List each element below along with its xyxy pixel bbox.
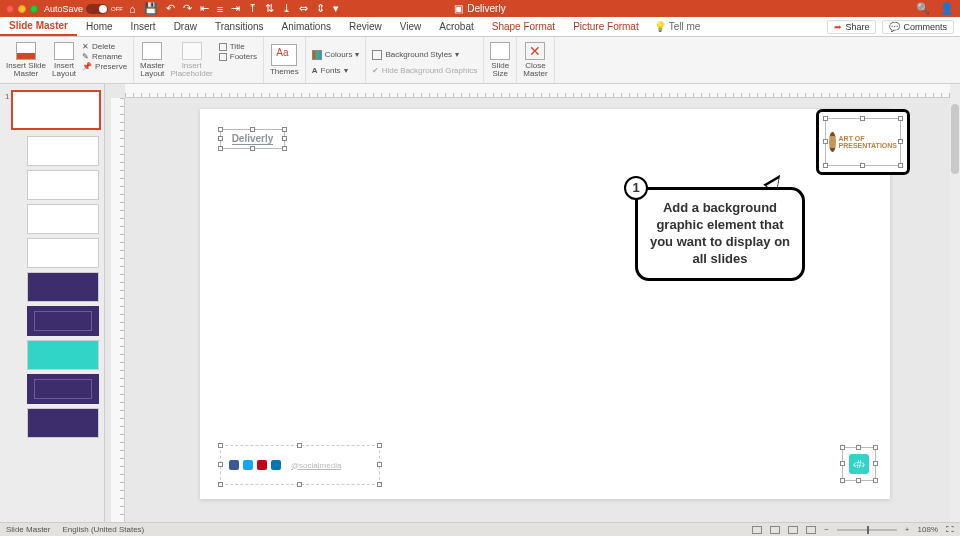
ribbon-tabs: Slide Master Home Insert Draw Transition… (0, 17, 960, 37)
align-middle-icon[interactable]: ⇅ (265, 2, 274, 15)
share-button[interactable]: ➦Share (827, 20, 876, 34)
tab-transitions[interactable]: Transitions (206, 17, 273, 36)
tab-draw[interactable]: Draw (165, 17, 206, 36)
thumb-layout[interactable] (27, 408, 99, 438)
insert-placeholder-label: Insert Placeholder (171, 62, 213, 78)
footers-checkbox[interactable]: Footers (219, 52, 257, 61)
insert-layout-button[interactable]: Insert Layout (52, 42, 76, 78)
save-icon[interactable]: 💾 (144, 2, 158, 15)
slide-thumbnail-pane[interactable] (0, 84, 105, 522)
align-center-icon[interactable]: ≡ (217, 3, 223, 15)
fit-to-window-icon[interactable]: ⛶ (946, 525, 954, 534)
distribute-v-icon[interactable]: ⇕ (316, 2, 325, 15)
doc-title-text: Deliverly (467, 3, 505, 14)
tab-insert[interactable]: Insert (122, 17, 165, 36)
align-top-icon[interactable]: ⤒ (248, 2, 257, 15)
slide-master-canvas[interactable]: Deliverly @socialmedia ‹#› (200, 109, 890, 499)
align-right-icon[interactable]: ⇥ (231, 2, 240, 15)
thumb-layout[interactable] (27, 374, 99, 404)
close-master-button[interactable]: ✕Close Master (523, 42, 547, 78)
account-icon[interactable]: 👤 (940, 2, 954, 15)
thumb-layout[interactable] (27, 170, 99, 200)
insert-placeholder-button[interactable]: Insert Placeholder (171, 42, 213, 78)
scrollbar-thumb[interactable] (951, 104, 959, 174)
minimize-window-icon[interactable] (18, 5, 26, 13)
layout-icon (54, 42, 74, 60)
themes-icon (271, 44, 297, 66)
tab-view[interactable]: View (391, 17, 431, 36)
title-checkbox[interactable]: Title (219, 42, 257, 51)
tab-animations[interactable]: Animations (273, 17, 340, 36)
comments-label: Comments (903, 22, 947, 32)
linkedin-icon (271, 460, 281, 470)
undo-icon[interactable]: ↶ (166, 2, 175, 15)
bg-styles-icon (372, 50, 382, 60)
tab-acrobat[interactable]: Acrobat (430, 17, 482, 36)
slide-master-icon (16, 42, 36, 60)
thumb-layout[interactable] (27, 136, 99, 166)
zoom-in-icon[interactable]: + (905, 525, 910, 534)
tell-me-search[interactable]: 💡 Tell me (654, 21, 701, 32)
thumb-layout[interactable] (27, 340, 99, 370)
background-styles-dropdown[interactable]: Background Styles ▾ (372, 50, 459, 60)
zoom-value[interactable]: 108% (918, 525, 938, 534)
colours-label: Colours (325, 50, 353, 59)
align-left-icon[interactable]: ⇤ (200, 2, 209, 15)
colours-dropdown[interactable]: Colours ▾ (312, 50, 360, 60)
distribute-h-icon[interactable]: ⇔ (299, 2, 308, 15)
thumb-master[interactable] (11, 90, 101, 130)
slideshow-view-icon[interactable] (806, 526, 816, 534)
autosave-toggle[interactable]: AutoSave OFF (44, 4, 123, 14)
horizontal-ruler (125, 84, 950, 98)
tab-shape-format[interactable]: Shape Format (483, 17, 564, 36)
autosave-switch-icon[interactable] (86, 4, 108, 14)
align-bottom-icon[interactable]: ⤓ (282, 2, 291, 15)
document-title: ▣ Deliverly (454, 3, 505, 14)
zoom-slider[interactable] (837, 529, 897, 531)
home-icon[interactable]: ⌂ (129, 3, 136, 15)
title-chk-label: Title (230, 42, 245, 51)
comments-button[interactable]: 💬Comments (882, 20, 954, 34)
master-layout-button[interactable]: Master Layout (140, 42, 164, 78)
redo-icon[interactable]: ↷ (183, 2, 192, 15)
thumb-layout[interactable] (27, 238, 99, 268)
fonts-dropdown[interactable]: AFonts ▾ (312, 66, 348, 75)
reading-view-icon[interactable] (788, 526, 798, 534)
master-layout-label: Master Layout (140, 62, 164, 78)
slide-size-button[interactable]: Slide Size (490, 42, 510, 78)
search-icon[interactable]: 🔍 (916, 2, 930, 15)
tab-slide-master[interactable]: Slide Master (0, 17, 77, 36)
title-placeholder[interactable]: Deliverly (220, 129, 285, 149)
more-qat-icon[interactable]: ▾ (333, 2, 339, 15)
themes-button[interactable]: Themes (270, 44, 299, 76)
thumb-layout[interactable] (27, 306, 99, 336)
autosave-state: OFF (111, 6, 123, 12)
thumb-layout[interactable] (27, 204, 99, 234)
status-bar: Slide Master English (United States) − +… (0, 522, 960, 536)
slide-canvas-area[interactable]: Deliverly @socialmedia ‹#› (105, 84, 960, 522)
preserve-button[interactable]: 📌Preserve (82, 62, 127, 71)
sorter-view-icon[interactable] (770, 526, 780, 534)
thumb-layout[interactable] (27, 272, 99, 302)
tab-home[interactable]: Home (77, 17, 122, 36)
social-footer-placeholder[interactable]: @socialmedia (220, 445, 380, 485)
tab-review[interactable]: Review (340, 17, 391, 36)
fonts-icon: A (312, 66, 318, 75)
normal-view-icon[interactable] (752, 526, 762, 534)
delete-button[interactable]: ✕Delete (82, 42, 127, 51)
annotation-highlight-frame: ART OF PRESENTATIONS (816, 109, 910, 175)
rename-button[interactable]: ✎Rename (82, 52, 127, 61)
close-window-icon[interactable] (6, 5, 14, 13)
checkbox-icon (219, 53, 227, 61)
vertical-scrollbar[interactable] (950, 84, 960, 522)
maximize-window-icon[interactable] (30, 5, 38, 13)
step-badge: 1 (624, 176, 648, 200)
slide-number-placeholder[interactable]: ‹#› (842, 447, 876, 481)
insert-slide-master-button[interactable]: Insert Slide Master (6, 42, 46, 78)
tab-picture-format[interactable]: Picture Format (564, 17, 648, 36)
zoom-out-icon[interactable]: − (824, 525, 829, 534)
status-language[interactable]: English (United States) (62, 525, 144, 534)
comment-icon: 💬 (889, 22, 900, 32)
footers-chk-label: Footers (230, 52, 257, 61)
hide-background-checkbox[interactable]: ✔ Hide Background Graphics (372, 66, 477, 75)
